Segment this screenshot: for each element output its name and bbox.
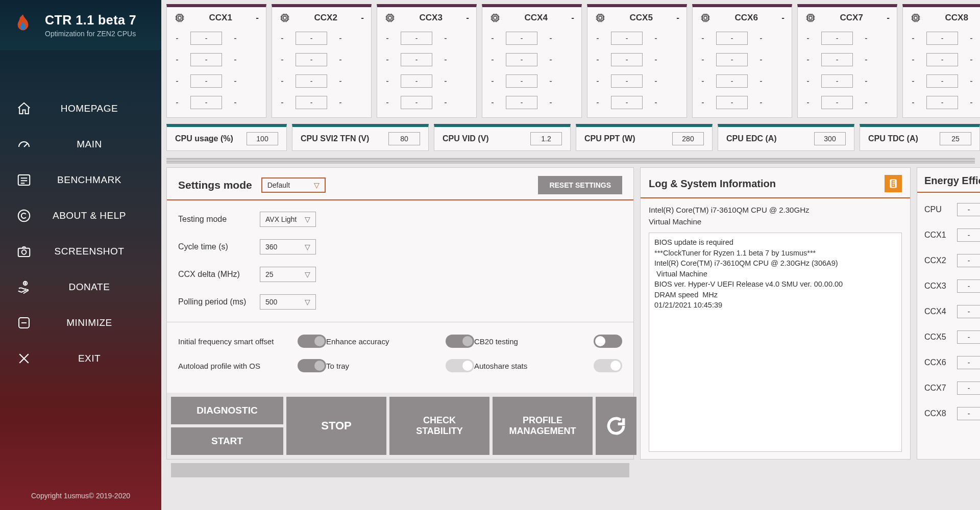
core-left: - [595, 34, 601, 43]
core-right: - [863, 34, 869, 43]
core-value-input[interactable]: - [296, 74, 327, 88]
core-value-input[interactable]: - [821, 53, 853, 66]
toggle-switch[interactable] [446, 335, 474, 348]
chevron-down-icon: ▽ [305, 243, 310, 251]
svg-rect-18 [808, 15, 814, 21]
ccx-core-line: --- [910, 32, 980, 45]
energy-value: - [957, 305, 980, 318]
setting-select[interactable]: 25▽ [260, 267, 316, 282]
core-value-input[interactable]: - [716, 74, 748, 88]
core-value-input[interactable]: - [190, 96, 222, 109]
core-value-input[interactable]: - [926, 74, 958, 88]
core-value-input[interactable]: - [190, 32, 222, 45]
core-left: - [279, 34, 285, 43]
nav-homepage[interactable]: HOMEPAGE [0, 91, 161, 126]
telemetry-value-input[interactable]: 280 [672, 132, 704, 145]
settings-mode-select[interactable]: Default ▽ [261, 177, 326, 193]
telemetry-value-input[interactable]: 1.2 [530, 132, 562, 145]
core-value-input[interactable]: - [190, 53, 222, 66]
core-value-input[interactable]: - [506, 96, 537, 109]
telemetry-value-input[interactable]: 300 [814, 132, 846, 145]
profile-management-button[interactable]: PROFILE MANAGEMENT [493, 397, 593, 455]
core-value-input[interactable]: - [190, 74, 222, 88]
nav-benchmark[interactable]: BENCHMARK [0, 162, 161, 198]
save-log-button[interactable] [885, 175, 902, 192]
core-value-input[interactable]: - [506, 53, 537, 66]
telemetry-value-input[interactable]: 80 [388, 132, 420, 145]
nav: HOMEPAGE MAIN BENCHMARK ABOUT & HELP SCR… [0, 91, 161, 376]
core-right: - [337, 34, 344, 43]
core-value-input[interactable]: - [821, 32, 853, 45]
energy-row: CCX3- [924, 279, 980, 293]
telemetry-value-input[interactable]: 100 [247, 132, 278, 145]
toggle-row: CB20 testing [474, 335, 622, 348]
setting-select[interactable]: 500▽ [260, 294, 316, 310]
core-value-input[interactable]: - [401, 53, 432, 66]
toggle-switch[interactable] [446, 359, 474, 372]
nav-exit[interactable]: EXIT [0, 341, 161, 376]
core-value-input[interactable]: - [296, 32, 327, 45]
copyright: Copyright 1usmus© 2019-2020 [0, 492, 161, 500]
core-value-input[interactable]: - [611, 32, 643, 45]
core-value-input[interactable]: - [296, 96, 327, 109]
chevron-down-icon: ▽ [314, 181, 320, 189]
core-value-input[interactable]: - [716, 53, 748, 66]
toggle-switch[interactable] [594, 335, 622, 348]
setting-select[interactable]: 360▽ [260, 239, 316, 254]
core-right: - [443, 98, 449, 107]
core-value-input[interactable]: - [926, 96, 958, 109]
core-value-input[interactable]: - [926, 53, 958, 66]
settings-row: Polling period (ms)500▽ [178, 294, 622, 310]
toggle-switch[interactable] [594, 359, 622, 372]
log-textbox[interactable]: BIOS update is required ***ClockTuner fo… [649, 233, 902, 452]
reset-settings-button[interactable]: RESET SETTINGS [538, 176, 622, 194]
core-value-input[interactable]: - [611, 53, 643, 66]
core-value-input[interactable]: - [716, 32, 748, 45]
toggle-switch[interactable] [298, 335, 326, 348]
nav-screenshot[interactable]: SCREENSHOT [0, 234, 161, 269]
core-value-input[interactable]: - [611, 96, 643, 109]
core-value-input[interactable]: - [926, 32, 958, 45]
core-value-input[interactable]: - [506, 32, 537, 45]
energy-row: CCX4- [924, 305, 980, 318]
toggle-label: Enhance accuracy [326, 337, 389, 346]
ccx-card: CCX2------------- [272, 4, 372, 118]
ccx-value: - [256, 13, 259, 23]
core-value-input[interactable]: - [821, 74, 853, 88]
toggle-row: To tray [326, 359, 474, 372]
core-value-input[interactable]: - [401, 32, 432, 45]
setting-select[interactable]: AVX Light▽ [260, 212, 316, 227]
ccx-card: CCX4------------- [482, 4, 582, 118]
ccx-core-line: --- [174, 32, 259, 45]
setting-label: Cycle time (s) [178, 242, 260, 251]
core-left: - [700, 34, 706, 43]
core-right: - [653, 34, 659, 43]
telemetry-label: CPU usage (%) [175, 134, 247, 143]
core-value-input[interactable]: - [401, 74, 432, 88]
copyright-icon [15, 207, 33, 224]
core-value-input[interactable]: - [821, 96, 853, 109]
core-value-input[interactable]: - [296, 53, 327, 66]
check-stability-button[interactable]: CHECK STABILITY [389, 397, 489, 455]
separator [166, 158, 975, 163]
telemetry-value-input[interactable]: 25 [940, 132, 971, 145]
core-right: - [337, 98, 344, 107]
core-value-input[interactable]: - [716, 96, 748, 109]
start-button[interactable]: START [171, 427, 283, 455]
nav-minimize[interactable]: MINIMIZE [0, 305, 161, 341]
stop-button[interactable]: STOP [286, 397, 386, 455]
toggle-switch[interactable] [298, 359, 326, 372]
brand: CTR 1.1 beta 7 Optimization for ZEN2 CPU… [0, 0, 161, 50]
core-left: - [805, 34, 811, 43]
core-value-input[interactable]: - [611, 74, 643, 88]
ccx-core-line: --- [174, 74, 259, 88]
nav-main[interactable]: MAIN [0, 126, 161, 162]
energy-value: - [957, 254, 980, 267]
nav-donate[interactable]: DONATE [0, 269, 161, 305]
refresh-button[interactable] [596, 397, 636, 455]
core-value-input[interactable]: - [401, 96, 432, 109]
core-right: - [232, 55, 238, 64]
nav-about[interactable]: ABOUT & HELP [0, 198, 161, 234]
core-value-input[interactable]: - [506, 74, 537, 88]
diagnostic-button[interactable]: DIAGNOSTIC [171, 397, 283, 424]
